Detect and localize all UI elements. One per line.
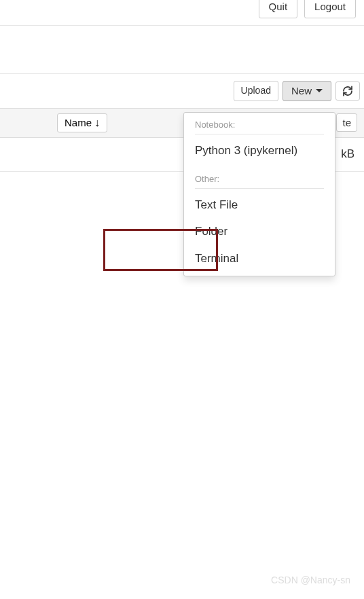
- refresh-icon: [342, 86, 353, 96]
- dropdown-other-header: Other:: [184, 171, 335, 188]
- toolbar: Upload New: [0, 73, 364, 108]
- watermark-text: CSDN @Nancy-sn: [271, 575, 350, 585]
- new-button-label: New: [291, 85, 312, 96]
- dropdown-item-textfile[interactable]: Text File: [184, 192, 335, 219]
- caret-down-icon: [316, 89, 323, 92]
- dropdown-item-python3[interactable]: Python 3 (ipykernel): [184, 137, 335, 164]
- refresh-button[interactable]: [335, 81, 360, 101]
- dropdown-item-folder[interactable]: Folder: [184, 218, 335, 245]
- dropdown-divider: [195, 134, 324, 134]
- quit-button[interactable]: Quit: [259, 0, 298, 18]
- logout-button[interactable]: Logout: [304, 0, 356, 18]
- dropdown-divider: [195, 188, 324, 189]
- toolbar-button-group: Upload New: [234, 81, 331, 101]
- upload-button[interactable]: Upload: [234, 81, 278, 101]
- top-button-bar: Quit Logout: [0, 0, 364, 26]
- header-partial-right[interactable]: te: [336, 113, 357, 132]
- new-dropdown-menu: Notebook: Python 3 (ipykernel) Other: Te…: [183, 112, 335, 276]
- new-dropdown-button[interactable]: New: [283, 81, 331, 101]
- dropdown-notebook-header: Notebook:: [184, 117, 335, 134]
- file-size-partial: kB: [341, 147, 354, 161]
- sort-name-button[interactable]: Name ↓: [57, 113, 107, 132]
- dropdown-item-terminal[interactable]: Terminal: [184, 245, 335, 272]
- sort-name-label: Name: [65, 117, 92, 128]
- arrow-down-icon: ↓: [94, 117, 100, 129]
